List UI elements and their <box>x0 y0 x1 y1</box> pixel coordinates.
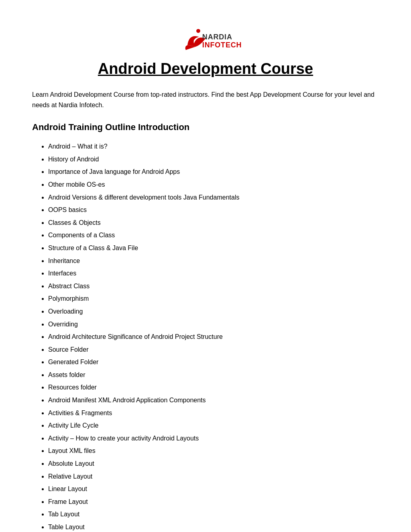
list-item: OOPS basics <box>48 204 379 216</box>
list-item: Inheritance <box>48 255 379 267</box>
list-item: Interfaces <box>48 267 379 279</box>
list-item: Activities & Fragments <box>48 407 379 419</box>
svg-point-0 <box>196 29 200 33</box>
list-item: Android Manifest XML Android Application… <box>48 394 379 406</box>
svg-text:INFOTECH: INFOTECH <box>202 41 242 49</box>
list-item: Absolute Layout <box>48 458 379 470</box>
list-item: Classes & Objects <box>48 217 379 229</box>
list-item: Components of a Class <box>48 229 379 241</box>
list-item: Activity Life Cycle <box>48 420 379 432</box>
list-item: Overriding <box>48 318 379 330</box>
list-item: Other mobile OS-es <box>48 179 379 191</box>
list-item: Tab Layout <box>48 508 379 520</box>
section-title: Android Training Outline Introduction <box>32 122 379 132</box>
list-item: Polymorphism <box>48 293 379 305</box>
list-item: Importance of Java language for Android … <box>48 166 379 178</box>
list-item: Structure of a Class & Java File <box>48 242 379 254</box>
company-logo: NARDIA INFOTECH <box>169 24 242 56</box>
list-item: Activity – How to create your activity A… <box>48 432 379 444</box>
list-item: Android Architecture Significance of And… <box>48 331 379 343</box>
list-item: Source Folder <box>48 344 379 356</box>
list-item: Overloading <box>48 306 379 318</box>
list-item: Table Layout <box>48 521 379 532</box>
list-item: Frame Layout <box>48 496 379 508</box>
list-item: Abstract Class <box>48 280 379 292</box>
course-outline-list: Android – What it is?History of AndroidI… <box>32 141 379 532</box>
list-item: Layout XML files <box>48 445 379 457</box>
list-item: Android Versions & different development… <box>48 192 379 204</box>
list-item: Resources folder <box>48 381 379 393</box>
list-item: History of Android <box>48 153 379 165</box>
logo-container: NARDIA INFOTECH <box>32 24 379 56</box>
list-item: Linear Layout <box>48 483 379 495</box>
list-item: Android – What it is? <box>48 141 379 153</box>
svg-text:NARDIA: NARDIA <box>202 33 232 41</box>
page-description: Learn Android Development Course from to… <box>32 90 379 110</box>
list-item: Generated Folder <box>48 356 379 368</box>
page-title: Android Development Course <box>32 60 379 77</box>
list-item: Relative Layout <box>48 471 379 483</box>
list-item: Assets folder <box>48 369 379 381</box>
